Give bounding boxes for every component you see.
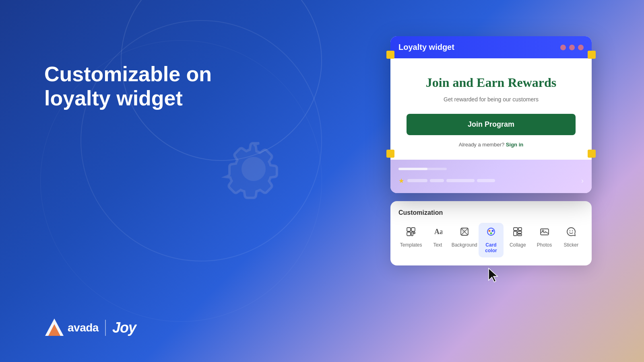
rewards-subtitle: Get rewarded for being our customers [407, 96, 576, 103]
joy-text: Joy [112, 319, 136, 336]
handle-top-left[interactable] [386, 51, 394, 59]
widget-content: Join and Earn Rewards Get rewarded for b… [390, 58, 592, 160]
svg-point-11 [491, 230, 493, 232]
templates-icon [406, 227, 416, 239]
svg-rect-17 [518, 234, 522, 236]
logo-area: avada Joy [44, 318, 136, 338]
loyalty-window: Loyalty widget Join and Earn Rewards Get… [390, 36, 592, 193]
widget-lower: ★ › [390, 160, 592, 193]
window-dot-3 [578, 45, 584, 50]
rewards-bars [407, 179, 578, 182]
svg-point-20 [570, 230, 570, 231]
logo-divider [105, 320, 106, 336]
svg-rect-5 [411, 232, 413, 236]
chevron-right-icon[interactable]: › [581, 177, 584, 185]
text-label: Text [433, 242, 442, 248]
member-text: Already a member? Sign in [407, 142, 576, 148]
svg-rect-6 [414, 232, 415, 234]
loyalty-window-title: Loyalty widget [398, 43, 454, 52]
gear-icon [213, 129, 294, 209]
svg-point-10 [488, 230, 490, 232]
progress-bar [398, 168, 447, 170]
main-heading: Customizable on loyalty widget [44, 62, 212, 111]
tool-background[interactable]: Background [452, 223, 477, 252]
customization-title: Customization [398, 209, 584, 216]
svg-rect-16 [518, 231, 522, 233]
tool-templates[interactable]: Templates [398, 223, 423, 252]
background-label: Background [452, 242, 477, 248]
photos-label: Photos [537, 242, 552, 248]
svg-rect-15 [514, 231, 517, 236]
svg-rect-13 [514, 228, 518, 230]
tool-text[interactable]: Aa Text [425, 223, 450, 252]
svg-text:Aa: Aa [434, 228, 442, 236]
handle-bottom-right[interactable] [588, 150, 596, 158]
rewards-title: Join and Earn Rewards [407, 74, 576, 91]
customization-panel: Customization Templates [390, 201, 592, 265]
star-icon: ★ [398, 177, 404, 185]
window-controls [560, 45, 584, 50]
svg-rect-14 [518, 228, 522, 230]
card-color-label: Card color [482, 242, 500, 253]
handle-top-right[interactable] [588, 51, 596, 59]
tool-sticker[interactable]: Sticker [559, 223, 584, 252]
loyalty-titlebar: Loyalty widget [390, 36, 592, 58]
tool-card-color[interactable]: Card color [479, 223, 504, 257]
avada-logo: avada [44, 318, 99, 338]
window-dot-1 [560, 45, 566, 50]
tool-photos[interactable]: Photos [532, 223, 557, 252]
rewards-row: ★ › [398, 177, 584, 185]
widget-wrapper: Loyalty widget Join and Earn Rewards Get… [390, 36, 592, 265]
collage-icon [513, 227, 522, 239]
window-dot-2 [569, 45, 575, 50]
svg-rect-3 [407, 232, 411, 236]
sticker-label: Sticker [564, 242, 578, 248]
avada-text: avada [68, 321, 99, 334]
cursor [487, 267, 500, 284]
join-program-button[interactable]: Join Program [407, 114, 576, 135]
card-color-icon [486, 227, 496, 239]
progress-bar-fill [398, 168, 427, 170]
tool-collage[interactable]: Collage [505, 223, 530, 252]
background-icon [460, 227, 469, 239]
text-icon: Aa [433, 227, 442, 239]
photos-icon [540, 227, 549, 239]
handle-bottom-left[interactable] [386, 150, 394, 158]
sticker-icon [566, 227, 576, 239]
customization-tools: Templates Aa Text [398, 223, 584, 257]
templates-label: Templates [400, 242, 422, 248]
svg-rect-2 [407, 228, 411, 231]
avada-triangle-icon [44, 318, 64, 338]
collage-label: Collage [510, 242, 526, 248]
svg-point-21 [572, 230, 573, 231]
sign-in-link[interactable]: Sign in [506, 142, 523, 148]
svg-point-12 [490, 232, 492, 234]
svg-rect-4 [411, 228, 415, 231]
